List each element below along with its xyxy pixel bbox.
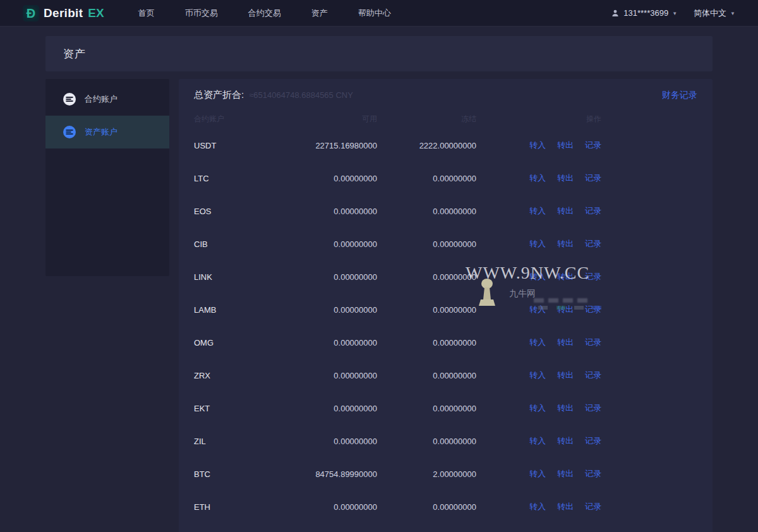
transfer-in-link[interactable]: 转入 (529, 370, 546, 381)
frozen-value: 0.00000000 (377, 404, 476, 413)
transfer-out-link[interactable]: 转出 (557, 271, 574, 282)
coin-name: EKT (194, 404, 289, 413)
total-assets-label: 总资产折合: (194, 89, 244, 101)
transfer-in-link[interactable]: 转入 (529, 140, 546, 151)
frozen-value: 0.00000000 (377, 272, 476, 282)
transfer-out-link[interactable]: 转出 (557, 205, 574, 217)
nav-item-home[interactable]: 首页 (138, 0, 155, 27)
table-row: BTC 84754.89990000 2.00000000 转入 转出 记录 (194, 457, 601, 490)
table-row: EKT 0.00000000 0.00000000 转入 转出 记录 (194, 392, 601, 425)
available-value: 0.00000000 (289, 371, 377, 380)
asset-table-body: USDT 22715.16980000 2222.00000000 转入 转出 … (194, 129, 601, 523)
crypto-d-logo-icon: Ð (23, 5, 39, 21)
transfer-out-link[interactable]: 转出 (557, 501, 574, 512)
nav-item-contract-trade[interactable]: 合约交易 (248, 0, 281, 27)
header-frozen: 冻结 (377, 114, 476, 124)
brand-logo[interactable]: Ð Deribit EX (23, 5, 104, 21)
frozen-value: 0.00000000 (377, 502, 476, 512)
person-icon (611, 9, 620, 18)
sidebar-item-contract-account[interactable]: 合约账户 (45, 83, 169, 116)
asset-table: 合约账户 可用 冻结 操作 USDT 22715.16980000 2222.0… (194, 109, 601, 523)
coin-name: CIB (194, 239, 289, 249)
frozen-value: 0.00000000 (377, 174, 476, 183)
frozen-value: 2222.00000000 (377, 141, 476, 150)
sidebar-item-asset-account[interactable]: 资产账户 (45, 116, 169, 148)
account-sidebar: 合约账户 资产账户 (45, 79, 169, 276)
available-value: 0.00000000 (289, 502, 377, 512)
header-actions: 操作 (476, 114, 601, 124)
coin-name: BTC (194, 469, 289, 479)
sidebar-item-label: 资产账户 (85, 126, 117, 138)
available-value: 84754.89990000 (289, 469, 377, 479)
record-link[interactable]: 记录 (585, 271, 601, 282)
brand-suffix: EX (88, 6, 104, 20)
record-link[interactable]: 记录 (585, 140, 601, 151)
transfer-in-link[interactable]: 转入 (529, 304, 546, 315)
table-row: LAMB 0.00000000 0.00000000 转入 转出 记录 (194, 293, 601, 326)
record-link[interactable]: 记录 (585, 172, 601, 184)
table-row: OMG 0.00000000 0.00000000 转入 转出 记录 (194, 326, 601, 359)
transfer-in-link[interactable]: 转入 (529, 172, 546, 184)
record-link[interactable]: 记录 (585, 468, 601, 480)
coin-name: USDT (194, 141, 289, 150)
nav-item-assets[interactable]: 资产 (311, 0, 328, 27)
nav-item-help-center[interactable]: 帮助中心 (358, 0, 391, 27)
transfer-out-link[interactable]: 转出 (557, 238, 574, 250)
transfer-in-link[interactable]: 转入 (529, 337, 546, 348)
available-value: 0.00000000 (289, 239, 377, 249)
language-selector[interactable]: 简体中文 ▼ (694, 8, 735, 19)
transfer-in-link[interactable]: 转入 (529, 435, 546, 447)
financial-records-link[interactable]: 财务记录 (662, 90, 697, 101)
available-value: 0.00000000 (289, 305, 377, 315)
record-link[interactable]: 记录 (585, 402, 601, 414)
table-row: LTC 0.00000000 0.00000000 转入 转出 记录 (194, 162, 601, 195)
coin-icon (62, 124, 77, 140)
record-link[interactable]: 记录 (585, 337, 601, 348)
record-link[interactable]: 记录 (585, 304, 601, 315)
user-account-menu[interactable]: 131****3699 ▼ (611, 8, 677, 18)
record-link[interactable]: 记录 (585, 370, 601, 381)
table-row: ETH 0.00000000 0.00000000 转入 转出 记录 (194, 490, 601, 523)
table-row: USDT 22715.16980000 2222.00000000 转入 转出 … (194, 129, 601, 162)
record-link[interactable]: 记录 (585, 501, 601, 512)
frozen-value: 0.00000000 (377, 207, 476, 216)
table-row: LINK 0.00000000 0.00000000 转入 转出 记录 (194, 260, 601, 293)
chevron-down-icon: ▼ (730, 11, 735, 16)
frozen-value: 0.00000000 (377, 338, 476, 348)
coin-name: ZIL (194, 437, 289, 446)
coin-icon (62, 92, 77, 107)
coin-name: LAMB (194, 305, 289, 315)
top-navbar: Ð Deribit EX 首页 币币交易 合约交易 资产 帮助中心 131***… (0, 0, 758, 27)
available-value: 0.00000000 (289, 272, 377, 282)
transfer-out-link[interactable]: 转出 (557, 435, 574, 447)
chevron-down-icon: ▼ (672, 11, 677, 16)
available-value: 0.00000000 (289, 207, 377, 216)
available-value: 0.00000000 (289, 404, 377, 413)
transfer-out-link[interactable]: 转出 (557, 468, 574, 480)
available-value: 0.00000000 (289, 338, 377, 348)
transfer-out-link[interactable]: 转出 (557, 140, 574, 151)
coin-name: LTC (194, 174, 289, 183)
transfer-in-link[interactable]: 转入 (529, 402, 546, 414)
transfer-in-link[interactable]: 转入 (529, 271, 546, 282)
transfer-out-link[interactable]: 转出 (557, 337, 574, 348)
header-coin: 合约账户 (194, 114, 289, 124)
nav-item-spot-trade[interactable]: 币币交易 (185, 0, 218, 27)
transfer-out-link[interactable]: 转出 (557, 402, 574, 414)
transfer-out-link[interactable]: 转出 (557, 172, 574, 184)
transfer-in-link[interactable]: 转入 (529, 501, 546, 512)
frozen-value: 0.00000000 (377, 305, 476, 315)
frozen-value: 2.00000000 (377, 469, 476, 479)
record-link[interactable]: 记录 (585, 435, 601, 447)
record-link[interactable]: 记录 (585, 238, 601, 250)
language-label: 简体中文 (694, 8, 726, 19)
transfer-out-link[interactable]: 转出 (557, 304, 574, 315)
record-link[interactable]: 记录 (585, 205, 601, 217)
total-assets-value: ≈6514064748.6884565 CNY (249, 90, 353, 100)
transfer-in-link[interactable]: 转入 (529, 238, 546, 250)
transfer-out-link[interactable]: 转出 (557, 370, 574, 381)
frozen-value: 0.00000000 (377, 239, 476, 249)
transfer-in-link[interactable]: 转入 (529, 205, 546, 217)
transfer-in-link[interactable]: 转入 (529, 468, 546, 480)
table-row: ZIL 0.00000000 0.00000000 转入 转出 记录 (194, 425, 601, 457)
